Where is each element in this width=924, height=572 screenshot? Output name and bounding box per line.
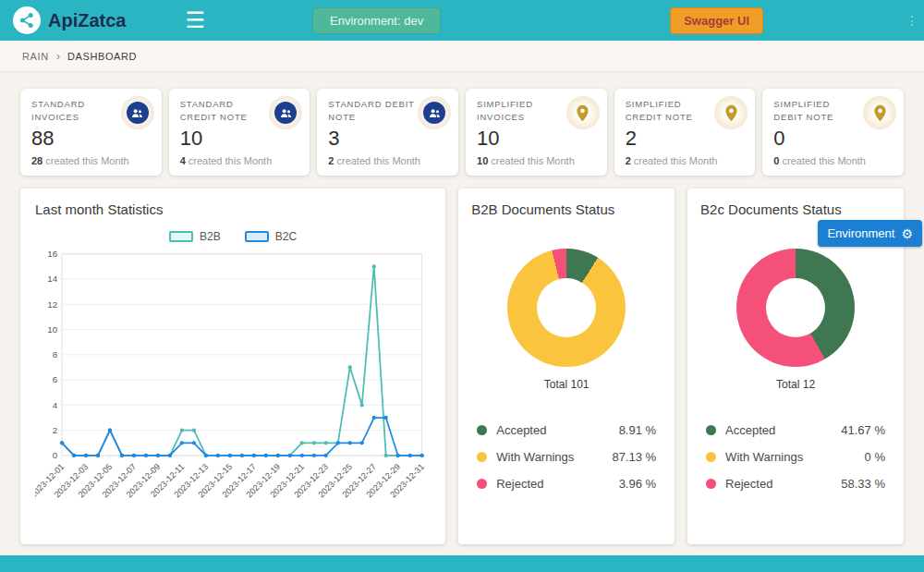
map-pin-icon — [566, 96, 600, 129]
svg-text:4: 4 — [53, 399, 58, 409]
legend-dot-icon — [706, 425, 716, 435]
legend-dot-icon — [477, 452, 487, 462]
stat-subtext: created this Month — [491, 155, 575, 166]
svg-text:16: 16 — [47, 249, 57, 259]
donut-hole — [766, 278, 825, 337]
app-title: ApiZatca — [48, 10, 126, 31]
legend-dot-icon — [477, 425, 487, 435]
legend-label: Accepted — [496, 423, 618, 437]
chevron-right-icon: › — [56, 50, 60, 62]
donut-hole — [537, 278, 596, 337]
stat-value: 88 — [31, 127, 151, 151]
users-icon — [269, 96, 302, 129]
stat-subcount: 28 — [31, 155, 43, 166]
svg-text:8: 8 — [53, 349, 57, 359]
b2b-swatch-icon — [169, 231, 193, 242]
stat-value: 10 — [477, 127, 596, 151]
hamburger-menu-icon[interactable]: ☰ — [185, 9, 205, 31]
line-chart: 02468101214162023-12-012023-12-032023-12… — [35, 245, 431, 522]
svg-text:12: 12 — [47, 298, 57, 309]
share-nodes-icon — [18, 11, 36, 30]
card-standard-debit-note: STANDARD DEBIT NOTE 3 2created this Mont… — [317, 89, 458, 176]
legend-label: Rejected — [725, 477, 841, 491]
b2c-donut-chart — [736, 249, 855, 367]
line-chart-legend: B2B B2C — [35, 230, 431, 243]
swagger-ui-button[interactable]: Swagger UI — [670, 7, 763, 34]
stat-subtext: created this Month — [45, 155, 129, 166]
stat-value: 10 — [180, 127, 299, 151]
map-pin-icon — [714, 96, 748, 129]
stat-value: 2 — [626, 127, 745, 151]
users-icon — [418, 96, 451, 129]
stat-value: 0 — [773, 127, 893, 151]
card-simplified-debit-note: SIMPLIFIED DEBIT NOTE 0 0created this Mo… — [762, 89, 904, 176]
stat-subtitle: 10created this Month — [477, 155, 596, 166]
b2b-documents-status-panel: B2B Documents Status Total 101 Accepted … — [458, 189, 675, 544]
stat-subtext: created this Month — [782, 155, 866, 166]
stat-subtext: created this Month — [188, 155, 273, 166]
card-simplified-invoices: SIMPLIFIED INVOICES 10 10created this Mo… — [466, 89, 607, 176]
stat-subtitle: 2created this Month — [328, 155, 447, 166]
legend-row: With Warnings 0 % — [704, 444, 887, 470]
legend-label: With Warnings — [725, 450, 864, 464]
b2c-donut-legend: Accepted 41.67 % With Warnings 0 % Rejec… — [700, 417, 891, 497]
stat-subcount: 4 — [180, 155, 186, 166]
legend-percentage: 3.96 % — [619, 477, 656, 491]
map-pin-icon — [863, 96, 896, 129]
legend-row: Rejected 58.33 % — [704, 470, 887, 497]
stat-subcount: 2 — [328, 155, 334, 166]
svg-text:0: 0 — [53, 450, 58, 460]
legend-row: Rejected 3.96 % — [475, 470, 658, 497]
legend-item-b2c[interactable]: B2C — [245, 230, 297, 243]
legend-dot-icon — [706, 452, 716, 462]
legend-percentage: 87.13 % — [612, 450, 656, 464]
legend-percentage: 58.33 % — [841, 477, 885, 491]
legend-label: With Warnings — [496, 450, 612, 464]
legend-dot-icon — [477, 479, 487, 489]
stat-value: 3 — [328, 127, 447, 151]
main-content-row: Last month Statistics B2B B2C 0246810121… — [0, 187, 924, 544]
panel-title: B2B Documents Status — [471, 201, 662, 217]
stat-subtitle: 0created this Month — [773, 155, 893, 166]
stat-subtitle: 2created this Month — [626, 155, 745, 166]
legend-label: B2C — [275, 230, 297, 243]
stat-subtext: created this Month — [336, 155, 420, 166]
legend-label: B2B — [200, 230, 221, 243]
card-simplified-credit-note: SIMPLIFIED CREDIT NOTE 2 2created this M… — [614, 89, 756, 176]
legend-row: Accepted 41.67 % — [704, 417, 887, 444]
stat-subcount: 2 — [626, 155, 631, 166]
environment-settings-button[interactable]: Environment ⚙ — [818, 220, 922, 247]
legend-item-b2b[interactable]: B2B — [169, 230, 221, 243]
legend-label: Rejected — [496, 477, 618, 491]
card-standard-credit-note: STANDARD CREDIT NOTE 10 4created this Mo… — [169, 89, 310, 176]
svg-text:14: 14 — [47, 274, 57, 284]
legend-dot-icon — [706, 479, 716, 489]
stat-subtext: created this Month — [634, 155, 718, 166]
environment-dev-chip[interactable]: Environment: dev — [312, 7, 441, 34]
environment-button-label: Environment — [827, 226, 894, 240]
panel-title: Last month Statistics — [35, 201, 431, 217]
bottom-bar — [0, 555, 924, 572]
gear-icon: ⚙ — [901, 227, 913, 240]
app-logo — [13, 6, 41, 34]
breadcrumb-current: DASHBOARD — [67, 51, 137, 62]
stat-cards-row: STANDARD INVOICES 88 28created this Mont… — [0, 72, 924, 187]
overflow-dots-icon[interactable]: ⋮ — [906, 13, 918, 28]
stat-subtitle: 28created this Month — [31, 155, 151, 166]
legend-row: With Warnings 87.13 % — [475, 444, 658, 470]
svg-text:2: 2 — [53, 425, 57, 435]
panel-title: B2c Documents Status — [700, 201, 891, 217]
breadcrumb: RAIN › DASHBOARD — [0, 41, 924, 72]
b2c-swatch-icon — [245, 231, 269, 242]
users-icon — [121, 96, 154, 129]
legend-percentage: 41.67 % — [841, 423, 885, 437]
b2b-donut-legend: Accepted 8.91 % With Warnings 87.13 % Re… — [471, 417, 662, 497]
svg-text:6: 6 — [53, 374, 57, 384]
last-month-statistics-panel: Last month Statistics B2B B2C 0246810121… — [20, 189, 445, 544]
legend-percentage: 8.91 % — [619, 423, 656, 437]
legend-percentage: 0 % — [865, 450, 885, 464]
stat-subcount: 10 — [477, 155, 488, 166]
card-standard-invoices: STANDARD INVOICES 88 28created this Mont… — [20, 89, 162, 176]
legend-label: Accepted — [725, 423, 841, 437]
breadcrumb-root[interactable]: RAIN — [22, 51, 49, 62]
